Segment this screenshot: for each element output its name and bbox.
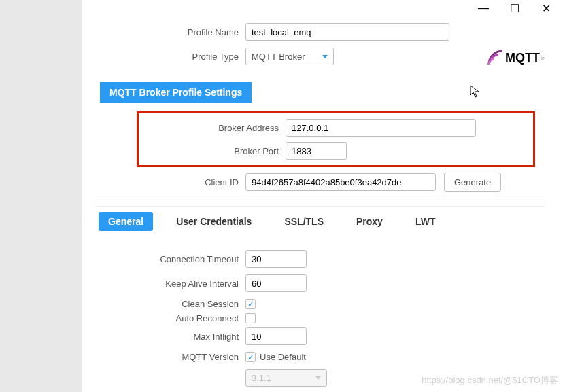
broker-port-label: Broker Port — [139, 146, 286, 156]
mqtt-version-label: MQTT Version — [96, 352, 245, 362]
section-header: MQTT Broker Profile Settings — [100, 82, 252, 103]
auto-reconnect-checkbox[interactable] — [245, 313, 256, 323]
tab-credentials[interactable]: User Credentials — [167, 212, 261, 231]
maximize-icon[interactable]: ☐ — [509, 3, 520, 14]
profile-type-value: MQTT Broker — [252, 52, 305, 62]
mqtt-version-value: 3.1.1 — [252, 373, 271, 383]
client-id-label: Client ID — [96, 177, 245, 188]
chevron-down-icon — [315, 376, 321, 380]
tabs: General User Credentials SSL/TLS Proxy L… — [96, 206, 545, 238]
tab-lwt[interactable]: LWT — [406, 212, 445, 231]
profile-type-label: Profile Type — [96, 52, 245, 62]
tab-proxy[interactable]: Proxy — [347, 212, 392, 231]
profile-name-input[interactable] — [245, 23, 449, 41]
conn-timeout-label: Connection Timeout — [96, 254, 245, 264]
generate-button[interactable]: Generate — [444, 173, 501, 192]
close-icon[interactable]: ✕ — [541, 3, 551, 14]
auto-reconnect-label: Auto Reconnect — [96, 313, 245, 323]
tab-general[interactable]: General — [99, 212, 153, 231]
client-id-input[interactable] — [245, 173, 436, 191]
max-inflight-input[interactable] — [245, 327, 307, 345]
dialog-window: — ☐ ✕ Profile Name Profile Type MQTT Bro… — [82, 0, 565, 392]
keepalive-label: Keep Alive Interval — [96, 279, 245, 289]
highlight-box: Broker Address Broker Port — [137, 111, 535, 167]
clean-session-label: Clean Session — [96, 299, 245, 309]
profile-type-select[interactable]: MQTT Broker — [245, 48, 334, 65]
max-inflight-label: Max Inflight — [96, 332, 245, 342]
chevron-down-icon — [322, 55, 328, 58]
keepalive-input[interactable] — [245, 274, 307, 292]
clean-session-checkbox[interactable]: ✓ — [245, 299, 256, 309]
broker-port-input[interactable] — [286, 142, 347, 160]
mqtt-version-select: 3.1.1 — [245, 369, 327, 387]
broker-address-input[interactable] — [286, 119, 476, 137]
titlebar: — ☐ ✕ — [82, 0, 565, 16]
conn-timeout-input[interactable] — [245, 250, 307, 268]
use-default-checkbox[interactable]: ✓ — [245, 352, 256, 362]
profile-name-label: Profile Name — [96, 27, 245, 37]
broker-address-label: Broker Address — [139, 123, 286, 133]
minimize-icon[interactable]: — — [478, 3, 489, 14]
left-band — [0, 0, 82, 392]
mqtt-logo: MQTT .fx — [487, 49, 549, 67]
watermark: https://blog.csdn.net/@51CTO博客 — [422, 374, 558, 387]
cursor-icon — [470, 85, 481, 101]
use-default-label: Use Default — [260, 352, 306, 362]
tab-ssl[interactable]: SSL/TLS — [275, 212, 333, 231]
